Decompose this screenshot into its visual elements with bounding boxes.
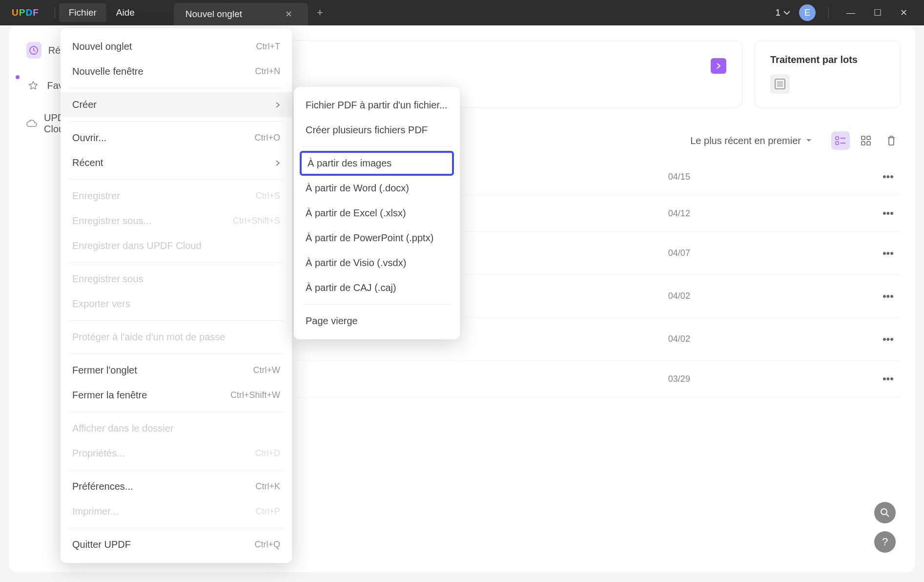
tab-new[interactable]: Nouvel onglet ✕ xyxy=(174,3,308,25)
menu-item-label: Nouvel onglet xyxy=(72,41,132,52)
delete-button[interactable] xyxy=(882,131,901,150)
menu-item-label: Ouvrir... xyxy=(72,132,106,144)
menu-item-label: Enregistrer sous... xyxy=(72,215,151,227)
list-view-button[interactable] xyxy=(831,131,850,150)
menu-separator xyxy=(303,304,451,305)
question-icon: ? xyxy=(882,536,888,548)
close-button[interactable]: ✕ xyxy=(895,4,912,21)
batch-icon xyxy=(770,74,790,94)
submenu-item[interactable]: À partir de PowerPoint (.pptx) xyxy=(294,226,460,250)
logo: UPDF xyxy=(0,7,51,18)
menu-item-label: Fermer la fenêtre xyxy=(72,390,147,401)
menu-item: Enregistrer sous...Ctrl+Shift+S xyxy=(61,208,292,233)
svg-rect-12 xyxy=(867,142,870,145)
menu-item-label: Protéger à l'aide d'un mot de passe xyxy=(72,332,225,343)
menu-item[interactable]: Fermer la fenêtreCtrl+Shift+W xyxy=(61,383,292,408)
minimize-button[interactable]: — xyxy=(842,5,860,21)
menu-shortcut: Ctrl+Shift+W xyxy=(230,390,280,400)
menu-item-label: Imprimer... xyxy=(72,506,118,517)
menu-shortcut: Ctrl+K xyxy=(255,481,280,492)
menu-item[interactable]: Nouvel ongletCtrl+T xyxy=(61,34,292,59)
menu-shortcut: Ctrl+W xyxy=(253,365,281,375)
open-arrow-button[interactable] xyxy=(711,58,726,74)
submenu-item[interactable]: À partir de Visio (.vsdx) xyxy=(294,250,460,275)
menu-shortcut: Ctrl+P xyxy=(255,506,280,517)
menu-item-label: Exporter vers xyxy=(72,298,130,310)
more-button[interactable]: ••• xyxy=(876,204,901,223)
star-icon xyxy=(28,81,38,90)
trash-icon xyxy=(886,135,896,146)
menu-separator xyxy=(69,412,283,412)
menu-item[interactable]: Récent xyxy=(61,150,292,175)
menu-item-label: Créer xyxy=(72,99,97,110)
menu-item: Exporter vers xyxy=(61,291,292,316)
menu-item[interactable]: Quitter UPDFCtrl+Q xyxy=(61,532,292,557)
svg-rect-9 xyxy=(862,136,865,140)
more-button[interactable]: ••• xyxy=(876,287,901,306)
file-date: 04/07 xyxy=(668,248,690,258)
submenu-item[interactable]: Fichier PDF à partir d'un fichier... xyxy=(294,93,460,118)
menu-shortcut: Ctrl+Q xyxy=(254,540,280,550)
menu-item-label: Quitter UPDF xyxy=(72,539,131,550)
batch-title: Traitement par lots xyxy=(770,54,884,65)
avatar[interactable]: E xyxy=(799,4,816,21)
menu-item: Enregistrer sous xyxy=(61,267,292,291)
submenu-item[interactable]: À partir de CAJ (.caj) xyxy=(294,275,460,300)
menu-item-label: Nouvelle fenêtre xyxy=(72,66,144,77)
counter-badge[interactable]: 1 xyxy=(775,7,790,18)
more-button[interactable]: ••• xyxy=(876,330,901,349)
clock-icon xyxy=(29,45,39,55)
add-tab-button[interactable]: + xyxy=(308,2,332,23)
menu-item-label: Récent xyxy=(72,157,103,168)
svg-line-14 xyxy=(886,514,889,517)
file-date: 04/02 xyxy=(668,334,690,344)
submenu-item[interactable]: Page vierge xyxy=(294,309,460,333)
more-button[interactable]: ••• xyxy=(876,244,901,263)
svg-point-13 xyxy=(881,509,887,515)
menu-item[interactable]: Fermer l'ongletCtrl+W xyxy=(61,358,292,383)
triangle-down-icon xyxy=(806,139,812,143)
svg-rect-5 xyxy=(836,137,839,140)
grid-view-button[interactable] xyxy=(857,131,875,150)
tab-title: Nouvel onglet xyxy=(185,9,242,20)
search-fab[interactable] xyxy=(874,502,896,523)
menu-shortcut: Ctrl+N xyxy=(255,66,280,77)
submenu-item[interactable]: À partir de Excel (.xlsx) xyxy=(294,201,460,226)
help-fab[interactable]: ? xyxy=(874,531,896,553)
menu-item: Propriétés...Ctrl+D xyxy=(61,441,292,466)
menu-item-label: Propriétés... xyxy=(72,448,125,459)
menu-shortcut: Ctrl+O xyxy=(254,133,280,143)
menu-separator xyxy=(69,179,283,180)
menu-item: Protéger à l'aide d'un mot de passe xyxy=(61,325,292,350)
menu-item: Afficher dans le dossier xyxy=(61,416,292,441)
menu-shortcut: Ctrl+T xyxy=(256,42,281,52)
sort-dropdown[interactable]: Le plus récent en premier xyxy=(690,135,812,146)
menu-item-label: Enregistrer dans UPDF Cloud xyxy=(72,240,202,251)
menu-item[interactable]: Préférences...Ctrl+K xyxy=(61,474,292,499)
menu-separator xyxy=(69,121,283,122)
menu-separator xyxy=(69,262,283,263)
menu-help[interactable]: Aide xyxy=(106,3,144,22)
close-icon[interactable]: ✕ xyxy=(281,7,296,21)
chevron-right-icon xyxy=(275,102,280,108)
more-button[interactable]: ••• xyxy=(876,370,901,388)
menu-separator xyxy=(69,320,283,321)
divider xyxy=(55,7,55,18)
menu-item[interactable]: Créer xyxy=(61,92,292,117)
grid-icon xyxy=(861,136,871,146)
more-button[interactable]: ••• xyxy=(876,167,901,186)
submenu-item[interactable]: À partir des images xyxy=(300,151,454,176)
file-date: 04/02 xyxy=(668,291,690,301)
menu-item-label: Enregistrer sous xyxy=(72,273,144,285)
menu-item[interactable]: Nouvelle fenêtreCtrl+N xyxy=(61,59,292,84)
menu-item-label: Enregistrer xyxy=(72,190,120,202)
batch-card[interactable]: Traitement par lots xyxy=(754,40,901,108)
menu-shortcut: Ctrl+S xyxy=(255,191,280,201)
submenu-item[interactable]: À partir de Word (.docx) xyxy=(294,176,460,201)
menu-item: Imprimer...Ctrl+P xyxy=(61,499,292,524)
submenu-item[interactable]: Créer plusieurs fichiers PDF xyxy=(294,118,460,143)
menu-item[interactable]: Ouvrir...Ctrl+O xyxy=(61,125,292,150)
file-date: 04/15 xyxy=(668,172,690,182)
maximize-button[interactable]: ☐ xyxy=(869,4,886,21)
menu-file[interactable]: Fichier xyxy=(59,3,106,22)
